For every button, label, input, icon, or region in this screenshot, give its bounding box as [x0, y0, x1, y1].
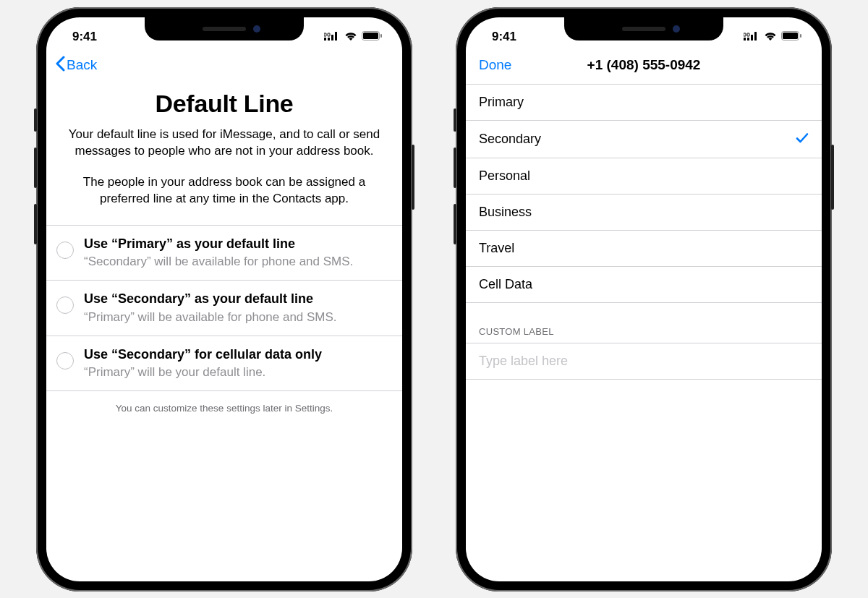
label-primary[interactable]: Primary [466, 85, 822, 121]
wifi-icon [764, 30, 777, 44]
status-time: 9:41 [492, 22, 516, 44]
default-line-options: Use “Primary” as your default line “Seco… [46, 225, 402, 391]
svg-rect-1 [328, 38, 330, 40]
chevron-left-icon [55, 56, 65, 75]
status-icons [324, 22, 382, 44]
svg-rect-16 [783, 33, 798, 39]
label-text: Primary [479, 95, 524, 110]
svg-rect-0 [324, 38, 326, 40]
custom-label-header: CUSTOM LABEL [466, 303, 822, 343]
option-subtitle: “Secondary” will be available for phone … [84, 254, 391, 270]
screen-right: 9:41 Done +1 (408) 555-0942 Primary Seco… [466, 17, 822, 581]
description-2: The people in your address book can be a… [46, 174, 402, 208]
svg-rect-17 [800, 34, 801, 38]
side-buttons-left [34, 108, 37, 244]
svg-rect-11 [751, 35, 753, 40]
option-text: Use “Secondary” for cellular data only “… [84, 346, 391, 380]
svg-rect-2 [331, 35, 333, 40]
label-text: Personal [479, 168, 530, 184]
custom-label-input[interactable] [479, 354, 809, 369]
label-text: Cell Data [479, 277, 532, 292]
label-text: Secondary [479, 132, 541, 147]
label-travel[interactable]: Travel [466, 231, 822, 267]
option-text: Use “Primary” as your default line “Seco… [84, 236, 391, 270]
svg-rect-9 [744, 38, 746, 40]
option-subtitle: “Primary” will be available for phone an… [84, 309, 391, 325]
svg-rect-12 [754, 32, 757, 40]
content-right: Primary Secondary Personal Business Trav… [466, 84, 822, 380]
phone-right: 9:41 Done +1 (408) 555-0942 Primary Seco… [456, 7, 832, 591]
notch [564, 17, 723, 40]
done-button[interactable]: Done [475, 57, 511, 73]
svg-rect-3 [335, 32, 337, 40]
label-business[interactable]: Business [466, 195, 822, 231]
option-secondary-default[interactable]: Use “Secondary” as your default line “Pr… [46, 281, 402, 336]
status-time: 9:41 [72, 22, 97, 44]
svg-rect-10 [747, 38, 749, 40]
radio-icon [56, 352, 74, 370]
option-title: Use “Primary” as your default line [84, 236, 391, 252]
option-text: Use “Secondary” as your default line “Pr… [84, 291, 391, 325]
label-cell-data[interactable]: Cell Data [466, 267, 822, 303]
nav-bar-right: Done +1 (408) 555-0942 [466, 49, 822, 81]
side-button-right [831, 145, 834, 210]
battery-icon [781, 30, 801, 44]
custom-label-row [466, 343, 822, 380]
radio-icon [56, 296, 74, 314]
wifi-icon [344, 30, 357, 44]
status-icons [744, 22, 801, 44]
notch [145, 17, 304, 40]
svg-rect-4 [324, 33, 326, 36]
option-primary-default[interactable]: Use “Primary” as your default line “Seco… [46, 226, 402, 281]
option-title: Use “Secondary” for cellular data only [84, 346, 391, 363]
option-secondary-data-only[interactable]: Use “Secondary” for cellular data only “… [46, 336, 402, 391]
option-subtitle: “Primary” will be your default line. [84, 364, 391, 380]
label-personal[interactable]: Personal [466, 158, 822, 195]
phone-left: 9:41 Back Default Line Your default line… [36, 7, 412, 591]
radio-icon [56, 242, 74, 259]
label-text: Travel [479, 241, 514, 256]
svg-rect-13 [744, 33, 746, 36]
content-left: Default Line Your default line is used f… [46, 90, 402, 425]
label-text: Business [479, 205, 532, 220]
description-1: Your default line is used for iMessage, … [46, 127, 402, 160]
battery-icon [362, 30, 382, 44]
nav-bar-left: Back [46, 49, 402, 81]
checkmark-icon [796, 131, 809, 148]
svg-rect-7 [363, 33, 378, 39]
screen-left: 9:41 Back Default Line Your default line… [46, 17, 402, 581]
back-label: Back [67, 57, 97, 73]
label-secondary[interactable]: Secondary [466, 121, 822, 158]
side-buttons-left [454, 108, 456, 244]
signal-icon [744, 30, 760, 44]
svg-rect-14 [747, 33, 749, 36]
footnote: You can customize these settings later i… [46, 391, 402, 425]
label-list: Primary Secondary Personal Business Trav… [466, 84, 822, 303]
svg-rect-5 [328, 33, 330, 36]
back-button[interactable]: Back [55, 56, 97, 75]
option-title: Use “Secondary” as your default line [84, 291, 391, 307]
svg-rect-8 [380, 34, 382, 38]
side-button-right [412, 145, 414, 210]
signal-icon [324, 30, 340, 44]
page-title: Default Line [58, 90, 391, 118]
nav-title: +1 (408) 555-0942 [466, 57, 822, 73]
